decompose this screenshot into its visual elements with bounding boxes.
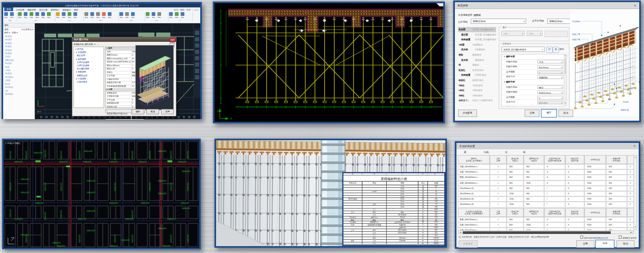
svg-text:2445x225: 2445x225 bbox=[187, 183, 189, 191]
svg-text:2445x225: 2445x225 bbox=[60, 210, 62, 219]
svg-text:2445x225: 2445x225 bbox=[25, 234, 27, 243]
svg-text:2445x225: 2445x225 bbox=[132, 210, 134, 219]
svg-text:水平杆: 水平杆 bbox=[627, 87, 633, 90]
svg-text:2445x225: 2445x225 bbox=[170, 183, 172, 191]
svg-text:2445x225: 2445x225 bbox=[60, 151, 62, 159]
svg-text:2445x225: 2445x225 bbox=[60, 183, 62, 191]
svg-text:2445x225: 2445x225 bbox=[149, 183, 151, 191]
svg-text:2445x225: 2445x225 bbox=[132, 151, 134, 159]
svg-text:2445x225: 2445x225 bbox=[87, 192, 95, 194]
svg-text:2445x225: 2445x225 bbox=[10, 183, 12, 191]
svg-text:2445x225: 2445x225 bbox=[178, 161, 186, 163]
svg-text:扫地杆: 扫地杆 bbox=[622, 101, 629, 103]
svg-text:立杆: 立杆 bbox=[627, 92, 631, 94]
svg-text:2445x225: 2445x225 bbox=[109, 202, 118, 204]
svg-text:2445x225: 2445x225 bbox=[14, 218, 23, 220]
svg-text:2445x225: 2445x225 bbox=[158, 180, 166, 182]
svg-text:2445x225: 2445x225 bbox=[114, 183, 116, 191]
svg-text:2445x225: 2445x225 bbox=[187, 234, 189, 243]
svg-text:2445x225: 2445x225 bbox=[132, 234, 134, 243]
svg-text:2445x225: 2445x225 bbox=[87, 210, 95, 212]
svg-text:2445x225: 2445x225 bbox=[182, 170, 190, 173]
svg-text:2445x225: 2445x225 bbox=[83, 161, 91, 163]
svg-text:2445x225: 2445x225 bbox=[44, 150, 46, 158]
svg-text:2445x225: 2445x225 bbox=[25, 151, 27, 159]
svg-text:2445x225: 2445x225 bbox=[87, 230, 95, 232]
svg-text:2445x225: 2445x225 bbox=[21, 192, 29, 194]
svg-text:2445x225: 2445x225 bbox=[109, 245, 118, 247]
svg-text:模板主楞: 模板主楞 bbox=[572, 33, 580, 35]
svg-text:2445x225: 2445x225 bbox=[114, 152, 116, 160]
svg-text:2445x225: 2445x225 bbox=[114, 234, 116, 243]
svg-text:2445x225: 2445x225 bbox=[35, 202, 44, 204]
svg-text:2445x225: 2445x225 bbox=[141, 202, 150, 204]
svg-text:2445x225: 2445x225 bbox=[170, 151, 172, 159]
svg-text:2445x225: 2445x225 bbox=[187, 151, 189, 159]
svg-text:2445x225: 2445x225 bbox=[158, 150, 166, 152]
svg-text:2445x225: 2445x225 bbox=[79, 151, 81, 159]
svg-text:2445x225: 2445x225 bbox=[170, 234, 172, 243]
svg-text:2445x225: 2445x225 bbox=[138, 161, 147, 163]
svg-text:2445x225: 2445x225 bbox=[109, 161, 118, 163]
svg-text:2445x225: 2445x225 bbox=[182, 207, 190, 210]
svg-text:2445x225: 2445x225 bbox=[44, 212, 46, 220]
svg-text:对拉螺栓: 对拉螺栓 bbox=[572, 20, 580, 23]
svg-text:2445x225: 2445x225 bbox=[162, 245, 171, 247]
svg-text:2445x225: 2445x225 bbox=[181, 202, 189, 204]
svg-text:2445x225: 2445x225 bbox=[52, 242, 61, 244]
svg-text:2445x225: 2445x225 bbox=[14, 161, 23, 163]
svg-text:2445x225: 2445x225 bbox=[158, 193, 166, 195]
svg-text:2445x225: 2445x225 bbox=[149, 151, 151, 159]
svg-text:1-3F板(1/7层板): 1-3F板(1/7层板) bbox=[5, 142, 21, 144]
svg-text:2445x225: 2445x225 bbox=[59, 161, 68, 163]
svg-text:2445x225: 2445x225 bbox=[57, 245, 65, 247]
svg-text:2445x225: 2445x225 bbox=[21, 234, 29, 236]
svg-text:2445x225: 2445x225 bbox=[10, 151, 12, 159]
svg-text:2445x225: 2445x225 bbox=[87, 180, 95, 182]
svg-text:2445x225: 2445x225 bbox=[10, 209, 12, 218]
svg-text:2445x225: 2445x225 bbox=[21, 178, 29, 180]
svg-text:2445x225: 2445x225 bbox=[158, 228, 166, 230]
svg-text:2445x225: 2445x225 bbox=[167, 218, 176, 220]
svg-text:2445x225: 2445x225 bbox=[78, 218, 86, 220]
svg-text:垫板支座: 垫板支座 bbox=[621, 109, 629, 111]
svg-text:2445x225: 2445x225 bbox=[125, 218, 134, 220]
svg-text:2445x225: 2445x225 bbox=[79, 234, 81, 243]
svg-text:2445x225: 2445x225 bbox=[34, 152, 42, 154]
svg-text:命令:: 命令: bbox=[37, 110, 42, 113]
svg-text:2445x225: 2445x225 bbox=[84, 150, 92, 152]
svg-text:2445x225: 2445x225 bbox=[121, 239, 129, 241]
svg-text:模板次楞: 模板次楞 bbox=[572, 38, 580, 41]
svg-text:2445x225: 2445x225 bbox=[44, 183, 46, 191]
